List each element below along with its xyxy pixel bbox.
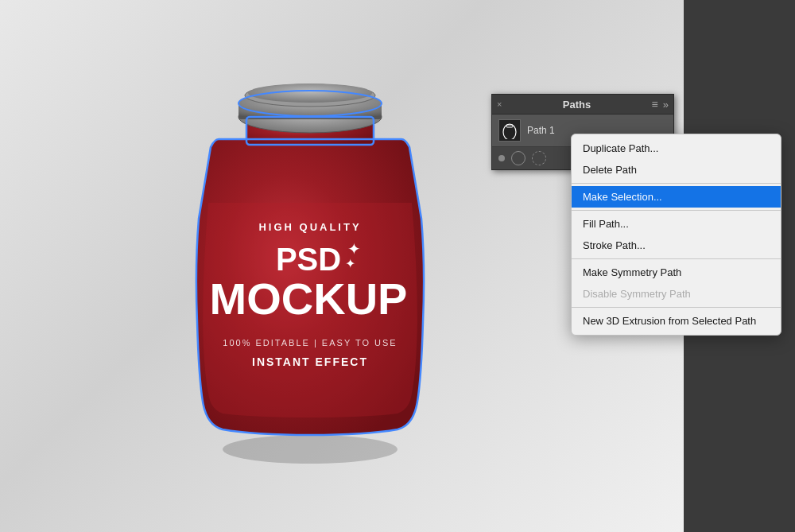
footer-circle-icon[interactable] — [511, 151, 525, 165]
menu-item-make-selection[interactable]: Make Selection... — [572, 186, 781, 208]
close-icon[interactable]: × — [497, 99, 502, 109]
jar-svg: HIGH QUALITY ✦ PSD MOCKUP ✦ 100% EDITABL… — [175, 60, 445, 465]
paths-panel-title: Paths — [563, 99, 591, 111]
svg-text:INSTANT EFFECT: INSTANT EFFECT — [252, 355, 368, 368]
path-item-name: Path 1 — [527, 125, 555, 136]
menu-item-delete-path[interactable]: Delete Path — [572, 159, 781, 181]
svg-text:HIGH QUALITY: HIGH QUALITY — [258, 221, 361, 233]
svg-text:100% EDITABLE | EASY TO USE: 100% EDITABLE | EASY TO USE — [223, 338, 397, 348]
svg-text:✦: ✦ — [345, 257, 355, 270]
jar-container: HIGH QUALITY ✦ PSD MOCKUP ✦ 100% EDITABL… — [159, 48, 461, 477]
footer-dashed-circle-icon[interactable] — [532, 151, 546, 165]
paths-panel-header: × Paths ≡ » — [492, 95, 673, 115]
context-menu: Duplicate Path... Delete Path Make Selec… — [571, 134, 781, 336]
svg-point-0 — [223, 435, 398, 464]
menu-item-duplicate-path[interactable]: Duplicate Path... — [572, 138, 781, 159]
svg-rect-17 — [506, 125, 513, 127]
menu-item-stroke-path[interactable]: Stroke Path... — [572, 235, 781, 256]
menu-item-fill-path[interactable]: Fill Path... — [572, 213, 781, 235]
svg-text:MOCKUP: MOCKUP — [210, 274, 408, 324]
menu-divider-2 — [572, 210, 781, 211]
svg-point-16 — [503, 124, 516, 139]
menu-divider-1 — [572, 183, 781, 184]
svg-text:✦: ✦ — [347, 240, 361, 258]
path-thumbnail — [498, 119, 521, 142]
menu-item-new-3d[interactable]: New 3D Extrusion from Selected Path — [572, 310, 781, 332]
path-thumbnail-svg — [501, 122, 518, 139]
panel-menu-icon[interactable]: ≡ — [652, 98, 658, 111]
menu-divider-3 — [572, 258, 781, 259]
menu-item-make-symmetry[interactable]: Make Symmetry Path — [572, 262, 781, 283]
jar-wrapper: HIGH QUALITY ✦ PSD MOCKUP ✦ 100% EDITABL… — [175, 60, 445, 465]
double-arrow-icon: » — [663, 99, 669, 111]
menu-divider-4 — [572, 307, 781, 308]
menu-item-disable-symmetry: Disable Symmetry Path — [572, 283, 781, 305]
footer-dot-icon — [498, 155, 505, 161]
svg-text:PSD: PSD — [276, 242, 341, 277]
